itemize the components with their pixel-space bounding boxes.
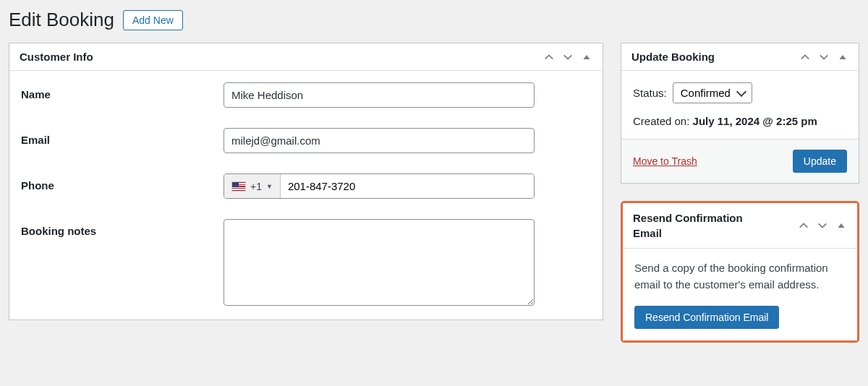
created-on-value: July 11, 2024 @ 2:25 pm — [693, 115, 817, 127]
phone-input[interactable] — [281, 174, 534, 198]
resend-confirmation-title: Resend Confirmation Email — [633, 210, 756, 241]
toggle-collapse-icon[interactable] — [581, 51, 592, 63]
name-label: Name — [21, 82, 224, 100]
toggle-collapse-icon[interactable] — [835, 220, 847, 231]
move-down-icon[interactable] — [562, 51, 574, 63]
status-select[interactable]: Confirmed — [673, 82, 752, 103]
move-up-icon[interactable] — [798, 220, 809, 231]
booking-notes-label: Booking notes — [21, 219, 224, 237]
update-booking-title: Update Booking — [631, 51, 715, 63]
phone-label: Phone — [21, 173, 224, 192]
move-down-icon[interactable] — [817, 220, 828, 231]
status-label: Status: — [633, 87, 667, 99]
us-flag-icon — [231, 181, 246, 192]
move-down-icon[interactable] — [818, 51, 830, 63]
resend-confirmation-button[interactable]: Resend Confirmation Email — [634, 306, 779, 329]
created-on-label: Created on: — [633, 115, 689, 127]
email-label: Email — [21, 128, 224, 146]
email-input[interactable] — [224, 128, 535, 153]
country-code-label: +1 — [250, 181, 262, 192]
update-booking-panel: Update Booking Status: — [621, 43, 859, 184]
customer-info-panel: Customer Info Name — [9, 43, 603, 320]
resend-confirmation-panel: Resend Confirmation Email S — [621, 201, 859, 343]
update-button[interactable]: Update — [793, 150, 847, 173]
move-to-trash-link[interactable]: Move to Trash — [633, 155, 697, 167]
toggle-collapse-icon[interactable] — [837, 51, 848, 63]
move-up-icon[interactable] — [799, 51, 811, 63]
add-new-button[interactable]: Add New — [123, 10, 183, 30]
resend-description: Send a copy of the booking confirmation … — [634, 260, 846, 293]
booking-notes-textarea[interactable] — [224, 219, 535, 306]
phone-country-selector[interactable]: +1 ▼ — [224, 174, 281, 198]
move-up-icon[interactable] — [543, 51, 555, 63]
page-title: Edit Booking — [9, 9, 114, 31]
name-input[interactable] — [224, 82, 535, 108]
chevron-down-icon: ▼ — [266, 183, 273, 190]
customer-info-title: Customer Info — [20, 51, 93, 63]
